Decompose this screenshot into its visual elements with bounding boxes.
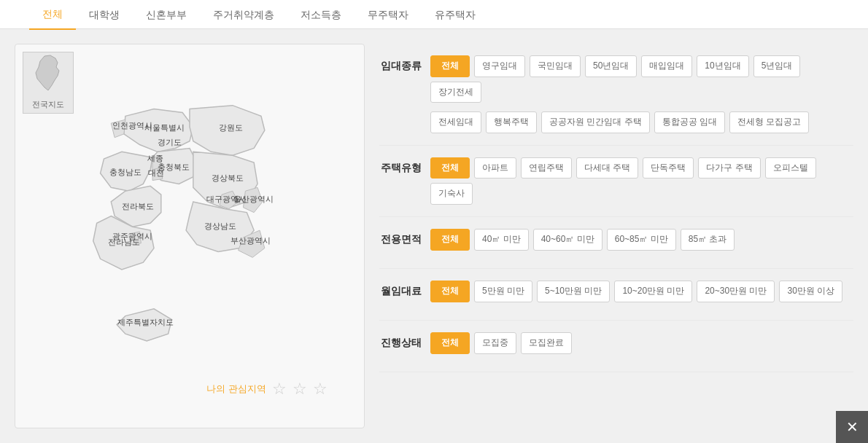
filter-btn-장기전세[interactable]: 장기전세 [430, 82, 481, 103]
filter-options-row-housing-type-0: 전체아파트연립주택다세대 주택단독주택다가구 주택오피스텔기숙사 [430, 157, 853, 209]
svg-text:부산광역시: 부산광역시 [230, 236, 271, 245]
filter-btn-전체[interactable]: 전체 [430, 332, 470, 354]
filter-options-area: 전체40㎡ 미만40~60㎡ 미만60~85㎡ 미만85㎡ 초과 [430, 224, 853, 255]
filter-divider [379, 320, 853, 321]
filter-divider [379, 372, 853, 372]
filter-panel: 임대종류전체영구임대국민임대50년임대매입임대10년임대5년임대장기전세전세임대… [379, 44, 853, 428]
close-button[interactable]: ✕ [836, 411, 868, 443]
map-footer: 나의 관심지역 ☆ ☆ ☆ [206, 380, 328, 399]
filter-row-monthly-rent: 월임대료전체5만원 미만5~10만원 미만10~20만원 미만20~30만원 미… [379, 276, 853, 313]
filter-btn-전세형-모집공고[interactable]: 전세형 모집공고 [729, 111, 809, 133]
filter-btn-30만원-이상[interactable]: 30만원 이상 [779, 281, 842, 302]
filter-options-monthly-rent: 전체5만원 미만5~10만원 미만10~20만원 미만20~30만원 미만30만… [430, 276, 853, 307]
svg-text:세종: 세종 [147, 154, 163, 162]
svg-text:제주특별자치도: 제주특별자치도 [117, 318, 174, 326]
filter-btn-10년임대[interactable]: 10년임대 [697, 55, 748, 77]
filter-btn-국민임대[interactable]: 국민임대 [530, 55, 581, 77]
filter-label-status: 진행상태 [379, 328, 430, 350]
filter-options-row-rental-type-0: 전체영구임대국민임대50년임대매입임대10년임대5년임대장기전세 [430, 55, 853, 107]
nav-item-유주택자[interactable]: 유주택자 [422, 0, 489, 29]
svg-text:경상남도: 경상남도 [204, 221, 236, 230]
svg-text:울산광역시: 울산광역시 [233, 195, 274, 203]
filter-btn-전체[interactable]: 전체 [430, 157, 470, 179]
svg-text:경상북도: 경상북도 [212, 173, 244, 182]
filter-btn-50년임대[interactable]: 50년임대 [585, 55, 637, 77]
svg-text:대전: 대전 [148, 168, 164, 177]
filter-btn-전세임대[interactable]: 전세임대 [430, 111, 481, 133]
filter-btn-공공자원-민간임대-주택[interactable]: 공공자원 민간임대 주택 [541, 111, 650, 133]
nav-item-무주택자[interactable]: 무주택자 [354, 0, 422, 29]
filter-btn-다세대-주택[interactable]: 다세대 주택 [576, 157, 638, 179]
filter-btn-통합공공-임대[interactable]: 통합공공 임대 [654, 111, 725, 133]
filter-btn-5만원-미만[interactable]: 5만원 미만 [474, 281, 532, 302]
filter-btn-기숙사[interactable]: 기숙사 [430, 183, 473, 205]
filter-row-rental-type: 임대종류전체영구임대국민임대50년임대매입임대10년임대5년임대장기전세전세임대… [379, 51, 853, 138]
filter-options-housing-type: 전체아파트연립주택다세대 주택단독주택다가구 주택오피스텔기숙사 [430, 153, 853, 209]
filter-btn-10~20만원-미만[interactable]: 10~20만원 미만 [614, 281, 692, 302]
my-interest-label: 나의 관심지역 [206, 383, 266, 396]
filter-btn-전체[interactable]: 전체 [430, 281, 470, 302]
filter-label-housing-type: 주택유형 [379, 153, 430, 175]
filter-options-row-status-0: 전체모집중모집완료 [430, 332, 853, 358]
filter-options-row-monthly-rent-0: 전체5만원 미만5~10만원 미만10~20만원 미만20~30만원 미만30만… [430, 281, 853, 307]
filter-btn-전체[interactable]: 전체 [430, 55, 470, 77]
filter-btn-40㎡-미만[interactable]: 40㎡ 미만 [474, 229, 529, 251]
filter-label-monthly-rent: 월임대료 [379, 276, 430, 298]
filter-btn-영구임대[interactable]: 영구임대 [474, 55, 525, 77]
map-panel: 전국지도 [15, 44, 365, 428]
nav-item-신혼부부[interactable]: 신혼부부 [133, 0, 200, 29]
filter-row-area: 전용면적전체40㎡ 미만40~60㎡ 미만60~85㎡ 미만85㎡ 초과 [379, 224, 853, 261]
svg-text:강원도: 강원도 [219, 123, 243, 132]
filter-btn-연립주택[interactable]: 연립주택 [521, 157, 572, 179]
map-thumbnail-label: 전국지도 [32, 99, 64, 110]
filter-btn-모집중[interactable]: 모집중 [474, 332, 516, 354]
filter-btn-아파트[interactable]: 아파트 [474, 157, 516, 179]
top-nav: 전체대학생신혼부부주거취약계층저소득층무주택자유주택자 [0, 0, 868, 29]
korea-map-svg[interactable]: 서울특별시 인천광역시 경기도 강원도 충청북도 세종 충청남도 대전 경상북도… [36, 59, 343, 409]
filter-row-housing-type: 주택유형전체아파트연립주택다세대 주택단독주택다가구 주택오피스텔기숙사 [379, 153, 853, 209]
filter-options-row-area-0: 전체40㎡ 미만40~60㎡ 미만60~85㎡ 미만85㎡ 초과 [430, 229, 853, 255]
filter-btn-20~30만원-미만[interactable]: 20~30만원 미만 [697, 281, 775, 302]
filter-btn-매입임대[interactable]: 매입임대 [641, 55, 692, 77]
star-icon-1[interactable]: ☆ [272, 380, 287, 399]
filter-options-rental-type: 전체영구임대국민임대50년임대매입임대10년임대5년임대장기전세전세임대행복주택… [430, 51, 853, 138]
nav-item-대학생[interactable]: 대학생 [76, 0, 133, 29]
filter-btn-전체[interactable]: 전체 [430, 229, 470, 251]
svg-text:전라북도: 전라북도 [122, 202, 154, 211]
filter-divider [379, 145, 853, 146]
filter-label-area: 전용면적 [379, 224, 430, 246]
filter-btn-행복주택[interactable]: 행복주택 [486, 111, 537, 133]
filter-btn-다가구-주택[interactable]: 다가구 주택 [698, 157, 760, 179]
nav-item-주거취약계층[interactable]: 주거취약계층 [200, 0, 287, 29]
svg-text:광주광역시: 광주광역시 [112, 232, 152, 240]
nav-item-저소득층[interactable]: 저소득층 [287, 0, 354, 29]
main-content: 전국지도 [0, 29, 868, 443]
svg-text:충청남도: 충청남도 [109, 168, 142, 176]
filter-row-status: 진행상태전체모집중모집완료 [379, 328, 853, 364]
filter-label-rental-type: 임대종류 [379, 51, 430, 73]
filter-options-status: 전체모집중모집완료 [430, 328, 853, 358]
filter-options-row-rental-type-1: 전세임대행복주택공공자원 민간임대 주택통합공공 임대전세형 모집공고 [430, 111, 853, 138]
nav-item-전체[interactable]: 전체 [29, 0, 76, 30]
filter-btn-5~10만원-미만[interactable]: 5~10만원 미만 [537, 281, 610, 302]
filter-btn-단독주택[interactable]: 단독주택 [643, 157, 694, 179]
filter-btn-모집완료[interactable]: 모집완료 [521, 332, 572, 354]
map-thumbnail[interactable]: 전국지도 [23, 52, 74, 114]
filter-btn-5년임대[interactable]: 5년임대 [753, 55, 801, 77]
filter-divider [379, 216, 853, 217]
filter-btn-40~60㎡-미만[interactable]: 40~60㎡ 미만 [533, 229, 602, 251]
filter-btn-60~85㎡-미만[interactable]: 60~85㎡ 미만 [607, 229, 676, 251]
filter-btn-오피스텔[interactable]: 오피스텔 [765, 157, 816, 179]
svg-text:경기도: 경기도 [158, 138, 182, 146]
star-icon-2[interactable]: ☆ [292, 380, 307, 399]
star-icon-3[interactable]: ☆ [313, 380, 328, 399]
filter-divider [379, 268, 853, 269]
filter-btn-85㎡-초과[interactable]: 85㎡ 초과 [681, 229, 735, 251]
svg-text:인천광역시: 인천광역시 [112, 121, 152, 130]
